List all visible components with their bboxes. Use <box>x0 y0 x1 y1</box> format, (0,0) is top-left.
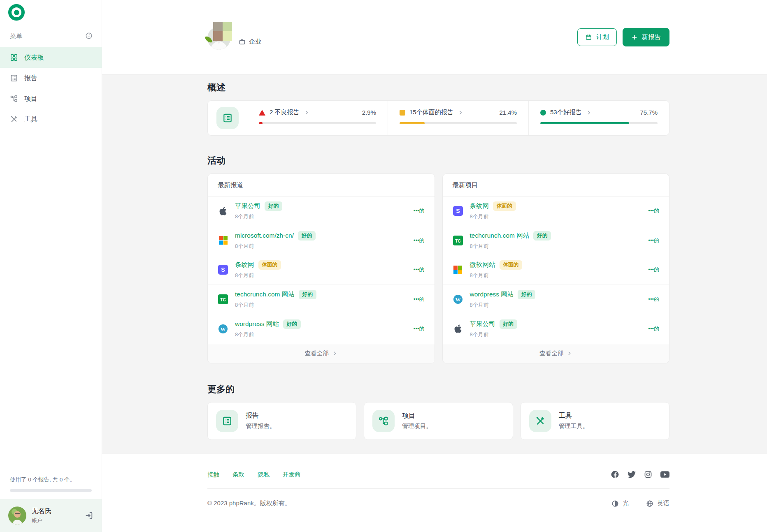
organization[interactable]: 企业 <box>207 25 261 50</box>
project-link[interactable]: techcrunch.com 网站 <box>470 231 530 240</box>
list-item[interactable]: 苹果公司 好的 8个月前 •••的 <box>208 197 435 226</box>
sidebar-item-tools[interactable]: 工具 <box>0 109 102 130</box>
list-item[interactable]: W wordpress 网站 好的 8个月前 •••的 <box>443 285 669 315</box>
logo-ring-icon <box>8 4 25 21</box>
twitter-icon[interactable] <box>628 470 636 479</box>
view-all-projects-button[interactable]: 查看全部 <box>443 344 669 363</box>
status-badge: 好的 <box>283 319 301 329</box>
list-item[interactable]: S 条纹网 体面的 8个月前 •••的 <box>208 255 435 285</box>
theme-toggle[interactable]: 光 <box>611 500 629 507</box>
list-item[interactable]: W wordpress 网站 好的 8个月前 •••的 <box>208 314 435 344</box>
stat-good-reports[interactable]: 53个好报告 75.7% <box>529 101 669 135</box>
sidebar-item-projects[interactable]: 项目 <box>0 88 102 109</box>
tools-icon <box>10 115 18 123</box>
account-card[interactable]: 无名氏 帐户 <box>0 499 102 532</box>
timestamp: 8个月前 <box>235 213 282 220</box>
reports-icon <box>10 74 18 82</box>
app-window: 菜单 仪表板 <box>0 0 767 532</box>
more-card-reports[interactable]: 报告 管理报告。 <box>207 402 356 440</box>
status-badge: 体面的 <box>500 260 523 270</box>
list-item[interactable]: TC techcrunch.com 网站 好的 8个月前 •••的 <box>443 226 669 256</box>
report-link[interactable]: 苹果公司 <box>235 202 260 210</box>
stat-progressbar <box>259 122 376 124</box>
footer-link-terms[interactable]: 条款 <box>232 471 244 479</box>
footer-link-privacy[interactable]: 隐私 <box>258 471 270 479</box>
footer-link-developers[interactable]: 开发商 <box>283 471 301 479</box>
apple-icon <box>218 206 228 216</box>
list-item[interactable]: 微软网站 体面的 8个月前 •••的 <box>443 255 669 285</box>
status-badge: 好的 <box>298 231 316 241</box>
project-link[interactable]: 苹果公司 <box>470 320 495 328</box>
status-badge: 好的 <box>500 319 517 329</box>
youtube-icon[interactable] <box>660 471 669 478</box>
svg-text:TC: TC <box>220 297 225 302</box>
timestamp: 8个月前 <box>235 243 316 250</box>
status-badge: 好的 <box>299 290 316 299</box>
microsoft-icon <box>218 235 228 246</box>
card-desc: 管理报告。 <box>246 422 276 430</box>
stat-progressbar <box>540 122 658 124</box>
list-item[interactable]: microsoft.com/zh-cn/ 好的 8个月前 •••的 <box>208 226 435 256</box>
overview-card: 2 不良报告 2.9% 15个体面的报告 <box>207 100 669 136</box>
wordpress-icon: W <box>218 324 228 334</box>
card-desc: 管理工具。 <box>559 422 589 430</box>
stat-progressbar <box>400 122 517 124</box>
sidebar: 菜单 仪表板 <box>0 0 102 532</box>
report-link[interactable]: 条纹网 <box>235 261 254 269</box>
app-logo[interactable] <box>0 0 102 21</box>
project-link[interactable]: 条纹网 <box>470 202 489 210</box>
chevron-right-icon <box>304 110 309 116</box>
list-item[interactable]: 苹果公司 好的 8个月前 •••的 <box>443 314 669 344</box>
list-item[interactable]: S 条纹网 体面的 8个月前 •••的 <box>443 197 669 226</box>
status-badge: 体面的 <box>493 201 516 211</box>
more-card-projects[interactable]: 项目 管理项目。 <box>364 402 513 440</box>
facebook-icon[interactable] <box>611 470 619 479</box>
chevron-right-icon <box>567 351 572 356</box>
svg-text:S: S <box>221 266 225 273</box>
theme-icon <box>611 500 619 507</box>
latest-reports-card: 最新报道 苹果公司 好的 8个月前 •••的 <box>207 173 435 363</box>
plan-button[interactable]: 计划 <box>577 28 617 46</box>
chevron-right-icon <box>332 351 337 356</box>
stat-decent-reports[interactable]: 15个体面的报告 21.4% <box>388 101 529 135</box>
sidebar-item-dashboard[interactable]: 仪表板 <box>0 47 102 68</box>
card-title: 工具 <box>559 412 589 420</box>
stat-percent: 2.9% <box>362 109 376 116</box>
project-link[interactable]: 微软网站 <box>470 261 495 269</box>
avatar <box>8 507 26 525</box>
tools-icon <box>529 410 551 432</box>
svg-text:W: W <box>455 296 460 303</box>
report-link[interactable]: techcrunch.com 网站 <box>235 290 295 299</box>
stat-bad-reports[interactable]: 2 不良报告 2.9% <box>247 101 388 135</box>
chevron-right-icon <box>586 110 592 116</box>
report-link[interactable]: wordpress 网站 <box>235 320 279 328</box>
wordpress-icon: W <box>453 294 463 305</box>
stripe-icon: S <box>218 264 228 275</box>
view-all-reports-button[interactable]: 查看全部 <box>208 344 435 363</box>
project-link[interactable]: wordpress 网站 <box>470 290 514 299</box>
card-title: 最新报道 <box>208 174 435 197</box>
new-report-button[interactable]: 新报告 <box>623 28 670 46</box>
timestamp: 8个月前 <box>470 331 517 338</box>
report-link[interactable]: microsoft.com/zh-cn/ <box>235 232 294 239</box>
techcrunch-icon: TC <box>453 235 463 246</box>
logout-icon[interactable] <box>84 511 93 520</box>
timestamp: 8个月前 <box>470 301 536 309</box>
language-selector[interactable]: 英语 <box>646 500 669 507</box>
main-area: 企业 计划 <box>102 0 767 532</box>
latest-projects-card: 最新项目 S 条纹网 体面的 8个月前 •••的 <box>442 173 670 363</box>
globe-icon <box>646 500 653 507</box>
status-badge: 体面的 <box>258 260 281 270</box>
more-card-tools[interactable]: 工具 管理工具。 <box>521 402 669 440</box>
list-item[interactable]: TC techcrunch.com 网站 好的 8个月前 •••的 <box>208 285 435 315</box>
footer-link-contact[interactable]: 接触 <box>207 471 219 479</box>
dashboard-content: 概述 2 不良报告 <box>102 75 767 454</box>
instagram-icon[interactable] <box>644 470 652 479</box>
sidebar-item-reports[interactable]: 报告 <box>0 68 102 88</box>
plan-icon <box>585 34 592 41</box>
logo-dot <box>14 10 19 15</box>
bad-triangle-icon <box>259 110 265 116</box>
menu-label: 菜单 <box>10 32 22 40</box>
menu-toggle-icon[interactable] <box>85 32 93 41</box>
topbar: 企业 计划 <box>102 0 767 75</box>
